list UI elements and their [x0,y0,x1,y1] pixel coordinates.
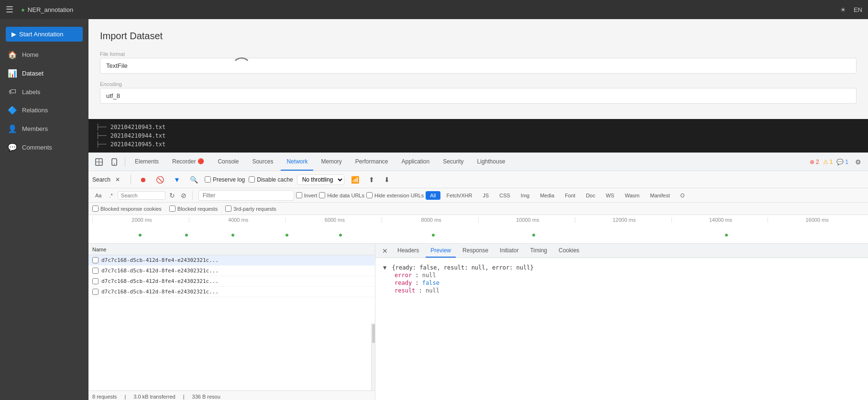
preserve-log-checkbox[interactable] [205,176,211,183]
third-party-checkbox[interactable] [225,205,231,212]
request-rows[interactable]: d7c7c168-d5cb-412d-8fe4-e24302321c... d7… [88,255,375,323]
tick-1: 4000 ms [189,217,286,223]
device-toolbar-btn[interactable] [108,156,121,168]
filter-icon-btn[interactable]: ▼ [171,174,183,185]
filter-js-btn[interactable]: JS [478,191,493,200]
tab-lighthouse[interactable]: Lighthouse [472,153,511,171]
sidebar-item-members[interactable]: 👤 Members [0,119,88,138]
table-row[interactable]: d7c7c168-d5cb-412d-8fe4-e24302321c... [88,266,375,276]
tab-elements[interactable]: Elements [129,153,165,171]
invert-label[interactable]: Invert [296,192,318,198]
search-icon-btn[interactable]: 🔍 [187,174,201,185]
sidebar-item-dataset[interactable]: 📊 Dataset [0,64,88,83]
table-row[interactable]: d7c7c168-d5cb-412d-8fe4-e24302321c... [88,255,375,266]
json-toggle[interactable]: ▼ [383,264,386,271]
tab-cookies[interactable]: Cookies [554,244,584,258]
blocked-cookies-checkbox[interactable] [92,205,99,212]
tab-initiator[interactable]: Initiator [495,244,523,258]
filter-media-btn[interactable]: Media [536,191,559,200]
main-content: Import Dataset File format TextFile Enco… [88,19,868,400]
row-checkbox[interactable] [92,278,99,284]
third-party-label[interactable]: 3rd-party requests [225,205,276,212]
record-button[interactable]: ⏺ [137,174,149,185]
separator [125,157,125,167]
preserve-log-label[interactable]: Preserve log [205,176,245,183]
filter-manifest-btn[interactable]: Manifest [646,191,674,200]
filter-other-btn[interactable]: O [676,191,689,200]
devtools-badges: ⊗ 2 ⚠ 1 💬 1 ⚙ [810,156,864,168]
import-title: Import Dataset [100,31,857,42]
sidebar-item-labels[interactable]: 🏷 Labels [0,83,88,101]
settings-btn[interactable]: ⚙ [852,156,864,168]
network-conditions-btn[interactable]: 📶 [348,174,362,185]
row-checkbox[interactable] [92,268,99,274]
close-preview-btn[interactable]: ✕ [379,246,391,256]
blocked-requests-label[interactable]: Blocked requests [169,205,218,212]
sidebar-item-relations[interactable]: 🔷 Relations [0,101,88,119]
tab-recorder[interactable]: Recorder 🔴 [166,153,210,171]
tab-headers[interactable]: Headers [393,244,424,258]
close-search-btn[interactable]: ✕ [112,174,123,185]
file-format-field: File format TextFile [100,51,857,74]
tab-console[interactable]: Console [212,153,244,171]
case-sensitive-btn[interactable]: Aa [92,191,104,200]
sidebar-item-comments[interactable]: 💬 Comments [0,138,88,157]
search-input[interactable] [118,191,165,200]
blocked-requests-checkbox[interactable] [169,205,176,212]
tab-security[interactable]: Security [437,153,469,171]
scroll-indicator[interactable] [371,323,375,391]
sidebar-item-home[interactable]: 🏠 Home [0,45,88,64]
network-filter-input[interactable] [198,190,294,201]
hide-extension-label[interactable]: Hide extension URLs [366,192,424,198]
row-checkbox[interactable] [92,289,99,295]
disable-cache-label[interactable]: Disable cache [249,176,293,183]
import-har-btn[interactable]: ⬆ [366,174,377,185]
filter-wasm-btn[interactable]: Wasm [620,191,644,200]
search-clear-btn[interactable]: ⊘ [179,191,188,200]
regex-btn[interactable]: .* [106,191,115,200]
search-options: Aa .* ↻ ⊘ [92,191,193,200]
tab-response[interactable]: Response [458,244,493,258]
filter-ws-btn[interactable]: WS [602,191,619,200]
json-result-line: result : null [395,287,860,294]
filter-doc-btn[interactable]: Doc [582,191,600,200]
relations-icon: 🔷 [8,106,17,115]
invert-checkbox[interactable] [296,192,302,198]
timeline-dot [185,234,188,237]
filter-all-btn[interactable]: All [426,191,440,200]
top-bar-right: ☀ EN [840,6,862,13]
timeline-ruler: 2000 ms 4000 ms 6000 ms 8000 ms 10000 ms… [92,217,864,227]
hide-data-urls-label[interactable]: Hide data URLs [319,192,364,198]
menu-icon[interactable]: ☰ [6,4,13,15]
tab-preview[interactable]: Preview [426,244,456,258]
table-row[interactable]: d7c7c168-d5cb-412d-8fe4-e24302321c... [88,287,375,297]
tab-memory[interactable]: Memory [315,153,347,171]
tab-network[interactable]: Network [281,153,313,171]
filter-img-btn[interactable]: Img [516,191,534,200]
comments-icon: 💬 [8,143,17,152]
throttle-select[interactable]: No throttling [297,174,344,185]
clear-btn[interactable]: 🚫 [153,174,167,185]
hide-data-urls-checkbox[interactable] [319,192,325,198]
filter-css-btn[interactable]: CSS [495,191,515,200]
search-refresh-btn[interactable]: ↻ [167,191,177,200]
file-list-item: 202104210945.txt [96,140,860,149]
language-selector[interactable]: EN [854,6,862,13]
filter-font-btn[interactable]: Font [560,191,580,200]
inspector-icon-btn[interactable] [92,156,106,168]
row-checkbox[interactable] [92,257,99,263]
tab-timing[interactable]: Timing [525,244,552,258]
tab-sources[interactable]: Sources [246,153,279,171]
filter-fetch-btn[interactable]: Fetch/XHR [442,191,477,200]
theme-icon[interactable]: ☀ [840,6,846,13]
tab-performance[interactable]: Performance [350,153,394,171]
start-annotation-button[interactable]: ▶ Start Annotation [6,27,83,42]
encoding-value: utf_8 [100,88,857,104]
disable-cache-checkbox[interactable] [249,176,255,183]
tab-application[interactable]: Application [396,153,436,171]
timeline-dots [92,227,864,243]
export-har-btn[interactable]: ⬇ [381,174,393,185]
hide-extension-checkbox[interactable] [366,192,373,198]
blocked-cookies-label[interactable]: Blocked response cookies [92,205,162,212]
table-row[interactable]: d7c7c168-d5cb-412d-8fe4-e24302321c... [88,276,375,287]
